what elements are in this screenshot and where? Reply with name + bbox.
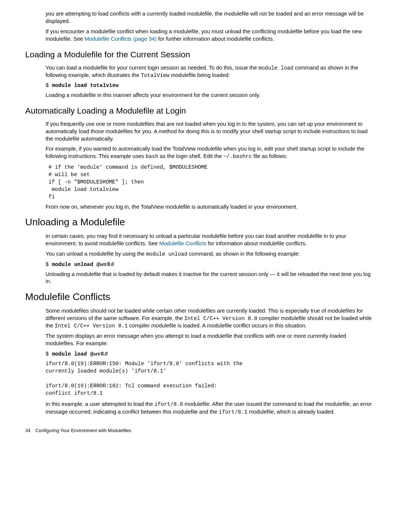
prompt: $ xyxy=(46,351,52,357)
text: file as follows: xyxy=(252,153,287,159)
heading-unloading: Unloading a Modulefile xyxy=(25,216,375,229)
inline-code: TotalView xyxy=(141,73,169,78)
code-block: # if the 'module' command is defined, $M… xyxy=(49,164,375,201)
code-line: $ module load totalview xyxy=(46,82,375,89)
paragraph: In certain cases, you may find it necess… xyxy=(46,233,375,248)
link-modulefile-conflicts[interactable]: Modulefile Conflicts xyxy=(159,240,206,246)
inline-code: bash xyxy=(146,154,158,159)
code-line: $ module unload ifort/8.0 xyxy=(46,261,375,268)
heading-auto-loading: Automatically Loading a Modulefile at Lo… xyxy=(25,105,375,117)
inline-code: ifort/8.0 xyxy=(154,401,183,407)
paragraph: The system displays an error message whe… xyxy=(46,333,375,347)
inline-code: Intel C/C++ Version 8.0 xyxy=(184,316,257,321)
paragraph: you are attempting to load conflicts wit… xyxy=(46,10,375,25)
text: modulefile being loaded: xyxy=(169,72,230,78)
inline-code: Intel C/C++ Version 8.1 xyxy=(55,323,128,329)
inline-code: ifort/8.1 xyxy=(219,409,247,415)
text: command, as shown in the following examp… xyxy=(187,251,300,257)
prompt: $ xyxy=(46,262,52,267)
paragraph: If you frequently use one or more module… xyxy=(46,121,375,143)
paragraph: Loading a modulefile in this manner affe… xyxy=(46,92,375,99)
command: module unload xyxy=(52,262,96,267)
inline-code: ~/.bashrc xyxy=(223,154,252,159)
code-block: ifort/8.0(19):ERROR:150: Module 'ifort/8… xyxy=(46,360,375,397)
paragraph: You can load a modulefile for your curre… xyxy=(46,64,375,80)
heading-loading-current-session: Loading a Modulefile for the Current Ses… xyxy=(25,49,375,60)
text: for information about modulefile conflic… xyxy=(206,240,307,246)
command: module load xyxy=(52,351,90,357)
inline-code: module unload xyxy=(146,251,187,257)
footer-title: Configuring Your Environment with Module… xyxy=(36,428,131,433)
paragraph: From now on, whenever you log in, the To… xyxy=(46,203,375,211)
text: You can load a modulefile for your curre… xyxy=(46,65,259,71)
command-arg: ifort/8.0 xyxy=(96,261,114,267)
page-footer: 34 Configuring Your Environment with Mod… xyxy=(25,428,375,434)
text: compiler modulefile is loaded. A modulef… xyxy=(128,323,307,329)
command-arg: ifort/8.0 xyxy=(90,351,107,357)
text: as the login shell. Edit the xyxy=(158,153,223,159)
paragraph: If you encounter a modulefile conflict w… xyxy=(46,28,375,43)
paragraph: Some modulefiles should not be loaded wh… xyxy=(46,307,375,330)
command: module load totalview xyxy=(52,83,119,88)
text: You can unload a modulefile by using the xyxy=(46,251,146,257)
text: for further information about modulefile… xyxy=(157,36,274,42)
paragraph: You can unload a modulefile by using the… xyxy=(46,250,375,258)
link-modulefile-conflicts-page[interactable]: Modulefile Conflicts (page 34) xyxy=(84,36,156,42)
prompt: $ xyxy=(46,83,52,88)
code-line: $ module load ifort/8.0 xyxy=(46,350,375,358)
inline-code: module load xyxy=(259,65,293,71)
paragraph: In this example, a user attempted to loa… xyxy=(46,401,375,416)
text: modulefile, which is already loaded. xyxy=(247,409,335,415)
paragraph: Unloading a modulefile that is loaded by… xyxy=(46,271,375,286)
text: In this example, a user attempted to loa… xyxy=(46,401,154,407)
heading-modulefile-conflicts: Modulefile Conflicts xyxy=(25,290,375,304)
paragraph: For example, if you wanted to automatica… xyxy=(46,145,375,160)
page-number: 34 xyxy=(25,428,30,433)
